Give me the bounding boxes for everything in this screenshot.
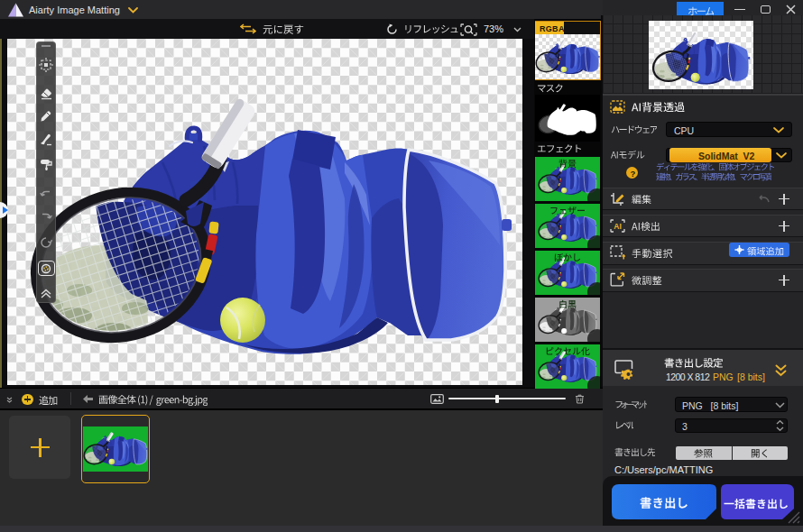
svg-text:AI: AI xyxy=(614,222,622,231)
